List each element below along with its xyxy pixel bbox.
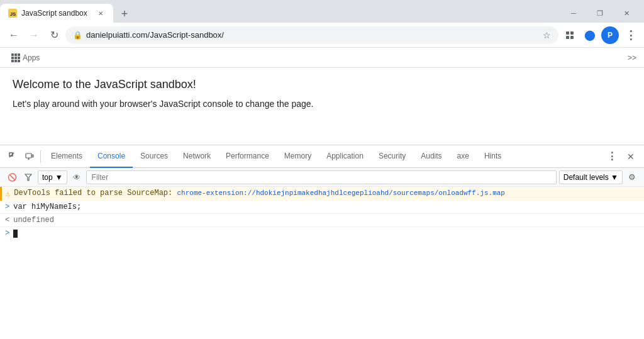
tab-bar: JS JavaScript sandbox ✕ + ─ ❐ ✕ xyxy=(0,0,644,23)
svg-rect-10 xyxy=(14,57,17,59)
output-value-1: undefined xyxy=(13,216,54,225)
svg-rect-3 xyxy=(570,31,574,35)
back-button[interactable]: ← xyxy=(5,26,23,44)
tab-axe[interactable]: axe xyxy=(450,145,477,168)
devtools-panel: Elements Console Sources Network Perform… xyxy=(0,145,644,339)
bookmarks-more[interactable]: >> xyxy=(628,53,636,62)
svg-rect-9 xyxy=(11,57,14,59)
window-controls: ─ ❐ ✕ xyxy=(561,4,644,23)
lock-icon: 🔒 xyxy=(73,31,82,40)
chrome-icon[interactable]: ⬤ xyxy=(581,26,599,44)
svg-rect-5 xyxy=(570,36,574,39)
page-text: Let's play around with your browser's Ja… xyxy=(13,99,631,109)
console-filter-icon[interactable] xyxy=(21,170,35,184)
console-output-line-1: < undefined xyxy=(0,214,644,227)
svg-rect-14 xyxy=(18,60,20,62)
input-prompt-1: > xyxy=(5,203,9,211)
close-button[interactable]: ✕ xyxy=(614,4,639,23)
eye-button[interactable]: 👁 xyxy=(70,170,84,184)
tab-memory[interactable]: Memory xyxy=(277,145,319,168)
tab-title: JavaScript sandbox xyxy=(21,9,92,18)
svg-rect-8 xyxy=(18,53,20,56)
svg-rect-2 xyxy=(566,31,569,35)
tab-hints[interactable]: Hints xyxy=(477,145,509,168)
svg-text:JS: JS xyxy=(10,11,16,17)
tab-security[interactable]: Security xyxy=(371,145,413,168)
minimize-button[interactable]: ─ xyxy=(561,4,586,23)
nav-bar: ← → ↻ 🔒 danielpuiatti.com/JavaScript-san… xyxy=(0,23,644,48)
active-tab[interactable]: JS JavaScript sandbox ✕ xyxy=(0,4,113,23)
input-code-1: var hiMyNameIs; xyxy=(13,203,81,211)
tab-favicon: JS xyxy=(8,8,18,18)
warning-icon: ⚠ xyxy=(6,189,10,199)
bookmarks-bar: Apps >> xyxy=(0,48,644,68)
tab-network[interactable]: Network xyxy=(175,145,218,168)
tab-console[interactable]: Console xyxy=(90,145,133,168)
input-prompt-current: > xyxy=(5,229,9,238)
reload-button[interactable]: ↻ xyxy=(45,26,63,44)
log-level-select[interactable]: Default levels ▼ xyxy=(559,170,623,184)
tab-close-icon[interactable]: ✕ xyxy=(96,8,106,18)
new-tab-button[interactable]: + xyxy=(116,5,133,23)
console-input-line-1: > var hiMyNameIs; xyxy=(0,201,644,214)
devtools-more-button[interactable]: ⋮ xyxy=(604,148,620,165)
devtools-inspect-icon[interactable] xyxy=(5,148,21,165)
svg-rect-11 xyxy=(18,57,20,59)
apps-label: Apps xyxy=(23,53,40,62)
svg-marker-21 xyxy=(25,174,31,181)
console-current-input[interactable]: > xyxy=(0,227,644,240)
tab-audits[interactable]: Audits xyxy=(413,145,449,168)
browser-chrome: JS JavaScript sandbox ✕ + ─ ❐ ✕ ← → ↻ 🔒 … xyxy=(0,0,644,68)
console-toolbar: 🚫 top ▼ 👁 Default levels ▼ ⚙ xyxy=(0,168,644,187)
svg-rect-17 xyxy=(26,153,31,158)
warning-text: DevTools failed to parse SourceMap: chro… xyxy=(14,189,505,197)
svg-rect-18 xyxy=(32,155,33,157)
warning-line: ⚠ DevTools failed to parse SourceMap: ch… xyxy=(0,187,644,201)
svg-rect-12 xyxy=(11,60,14,62)
context-text: top xyxy=(42,173,53,182)
devtools-close-button[interactable]: ✕ xyxy=(623,148,639,165)
page-content: Welcome to the JavaScript sandbox! Let's… xyxy=(0,68,644,145)
menu-button[interactable]: ⋮ xyxy=(621,26,639,44)
svg-rect-4 xyxy=(566,36,569,39)
warning-link[interactable]: chrome-extension://hdokiejnpimakedhajhdl… xyxy=(177,189,505,197)
bookmark-star-icon[interactable]: ☆ xyxy=(543,30,551,40)
address-bar[interactable]: 🔒 danielpuiatti.com/JavaScript-sandbox/ … xyxy=(65,26,558,44)
devtools-toolbar: Elements Console Sources Network Perform… xyxy=(0,145,644,168)
svg-rect-13 xyxy=(14,60,17,62)
devtools-toolbar-right: ⋮ ✕ xyxy=(604,148,639,165)
nav-right: ⬤ P ⋮ xyxy=(561,26,639,44)
tab-sources[interactable]: Sources xyxy=(133,145,175,168)
console-cursor xyxy=(13,230,18,238)
forward-button[interactable]: → xyxy=(25,26,43,44)
console-output: ⚠ DevTools failed to parse SourceMap: ch… xyxy=(0,187,644,339)
tab-application[interactable]: Application xyxy=(319,145,371,168)
tab-performance[interactable]: Performance xyxy=(218,145,277,168)
console-settings-button[interactable]: ⚙ xyxy=(625,170,639,184)
output-prompt-1: < xyxy=(5,216,9,225)
extensions-icon[interactable] xyxy=(561,26,579,44)
devtools-device-icon[interactable] xyxy=(21,148,38,165)
apps-bookmark[interactable]: Apps xyxy=(8,51,43,65)
context-dropdown-icon: ▼ xyxy=(55,173,63,182)
console-clear-button[interactable]: 🚫 xyxy=(5,170,19,184)
filter-input[interactable] xyxy=(86,170,557,184)
svg-rect-6 xyxy=(11,53,14,56)
profile-button[interactable]: P xyxy=(601,26,619,44)
svg-line-16 xyxy=(9,153,14,157)
svg-rect-7 xyxy=(14,53,17,56)
context-selector[interactable]: top ▼ xyxy=(38,170,67,184)
page-heading: Welcome to the JavaScript sandbox! xyxy=(13,78,631,91)
address-text: danielpuiatti.com/JavaScript-sandbox/ xyxy=(86,30,539,40)
maximize-button[interactable]: ❐ xyxy=(587,4,613,23)
tab-elements[interactable]: Elements xyxy=(43,145,90,168)
